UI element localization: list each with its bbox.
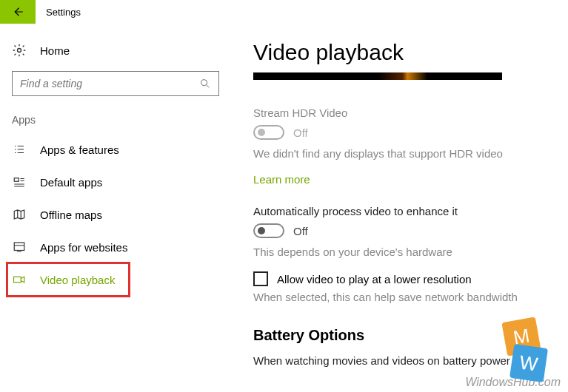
sidebar-item-label: Video playback — [40, 274, 115, 286]
search-icon — [196, 72, 214, 95]
websites-icon — [12, 240, 27, 254]
back-button[interactable] — [0, 0, 36, 24]
sidebar-item-apps-features[interactable]: Apps & features — [12, 133, 230, 166]
defaults-icon — [12, 175, 27, 189]
learn-more-link[interactable]: Learn more — [253, 173, 310, 186]
hdr-label: Stream HDR Video — [253, 107, 553, 119]
svg-rect-4 — [14, 277, 21, 283]
sidebar-category: Apps — [12, 114, 230, 126]
search-input[interactable] — [13, 72, 218, 95]
gear-icon — [12, 43, 27, 58]
sidebar-item-label: Offline maps — [40, 209, 102, 221]
watermark-text: WindowsHub.com — [465, 376, 561, 389]
list-icon — [12, 143, 27, 156]
sidebar-item-label: Default apps — [40, 176, 102, 189]
sidebar-item-label: Apps for websites — [40, 241, 127, 254]
svg-point-0 — [18, 49, 21, 53]
sidebar-item-label: Apps & features — [40, 143, 119, 156]
video-icon — [12, 273, 27, 286]
main-pane: Video playback Stream HDR Video Off We d… — [230, 24, 568, 392]
hdr-toggle-state: Off — [293, 126, 308, 139]
home-label: Home — [40, 44, 70, 57]
sidebar-item-apps-websites[interactable]: Apps for websites — [12, 231, 230, 263]
svg-rect-2 — [14, 178, 19, 182]
search-field[interactable] — [12, 71, 219, 96]
battery-text: When watching movies and videos on batte… — [253, 354, 553, 367]
svg-point-1 — [201, 80, 207, 86]
lowres-label: Allow video to play at a lower resolutio… — [277, 273, 472, 285]
lowres-helper: When selected, this can help save networ… — [253, 291, 553, 303]
auto-label: Automatically process video to enhance i… — [253, 205, 553, 217]
auto-process-toggle[interactable] — [253, 223, 284, 238]
hdr-toggle[interactable] — [253, 125, 284, 140]
sidebar: Home Apps Apps & features Default apps — [0, 24, 230, 392]
sidebar-item-video-playback[interactable]: Video playback — [12, 263, 230, 296]
arrow-left-icon — [11, 5, 24, 18]
sidebar-item-default-apps[interactable]: Default apps — [12, 166, 230, 198]
auto-helper: This depends on your device's hardware — [253, 246, 553, 258]
sidebar-item-offline-maps[interactable]: Offline maps — [12, 198, 230, 231]
home-nav[interactable]: Home — [12, 36, 230, 65]
app-title: Settings — [36, 7, 81, 18]
title-bar: Settings — [0, 0, 568, 24]
video-preview-strip — [253, 72, 502, 80]
battery-heading: Battery Options — [253, 327, 553, 344]
hdr-helper: We didn't find any displays that support… — [253, 147, 553, 160]
map-icon — [12, 208, 27, 221]
auto-toggle-state: Off — [293, 225, 308, 237]
page-title: Video playback — [253, 40, 553, 65]
svg-rect-3 — [14, 243, 24, 251]
lowres-checkbox[interactable] — [253, 271, 268, 286]
